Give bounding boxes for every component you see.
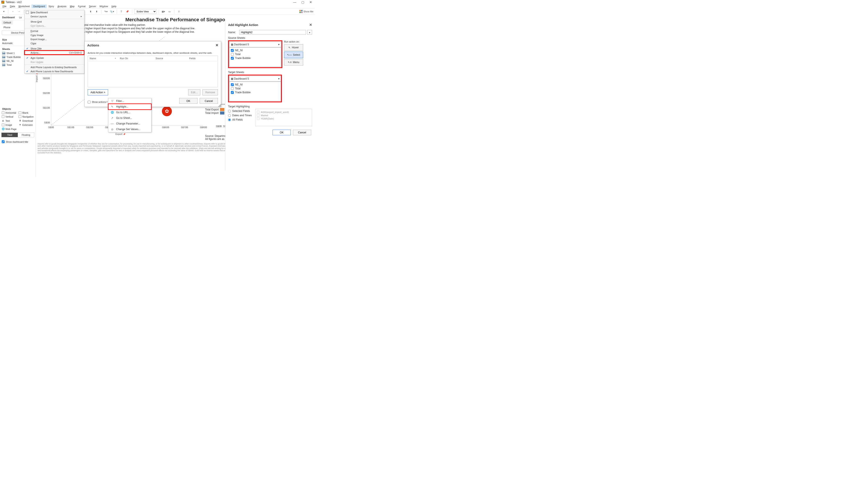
col-fields[interactable]: Fields — [187, 56, 218, 61]
device-phone[interactable]: Phone — [2, 25, 12, 29]
menu-server[interactable]: Server — [87, 5, 98, 8]
action-name-input[interactable] — [239, 30, 306, 35]
sort-asc-icon[interactable]: ⬍ — [88, 9, 93, 14]
share-icon[interactable]: ⇪ — [177, 9, 181, 14]
obj-image[interactable]: Image — [1, 123, 18, 127]
menu-auto-update[interactable]: ✔Auto Update — [25, 56, 84, 60]
obj-webpage[interactable]: 🌐Web Page — [1, 127, 18, 131]
action-setvalues[interactable]: ◎Change Set Values... — [108, 126, 151, 132]
remove-button[interactable]: Remove — [203, 89, 218, 95]
col-name[interactable]: Name▲ — [88, 56, 118, 61]
obj-download[interactable]: ⬇Download — [18, 119, 34, 123]
tableau-logo-icon[interactable]: ✦ — [1, 9, 6, 14]
menu-grid-options[interactable]: Grid Options... — [25, 24, 84, 28]
presentation-icon[interactable]: ▭ — [167, 9, 172, 14]
action-filter[interactable]: ▽Filter... — [108, 98, 151, 104]
menu-clear[interactable]: Clear — [25, 41, 84, 45]
fit-dropdown[interactable]: Entire View — [134, 9, 156, 14]
maximize-button[interactable]: ▢ — [302, 0, 304, 4]
add-action-button[interactable]: Add Action > — [88, 89, 108, 95]
menu-dashboard[interactable]: Dashboard — [31, 5, 46, 8]
action-highlight[interactable]: ✎Highlight... — [108, 104, 151, 109]
ok-button[interactable]: OK — [179, 98, 197, 104]
obj-navigation[interactable]: Navigation — [18, 115, 34, 119]
floating-button[interactable]: Floating — [18, 133, 34, 137]
menu-button[interactable]: ↖≡Menu — [284, 59, 303, 65]
back-button[interactable]: ← — [11, 9, 16, 14]
tgt-item[interactable]: Trade Bubble — [231, 91, 279, 94]
tgt-item[interactable]: NE_NI — [231, 83, 279, 87]
col-source[interactable]: Source — [154, 56, 187, 61]
radio-selected-fields[interactable]: Selected Fields — [228, 109, 252, 113]
hl-cancel-button[interactable]: Cancel — [293, 130, 311, 135]
menu-show-grid[interactable]: Show Grid — [25, 20, 84, 24]
show-dashboard-title-checkbox[interactable] — [2, 140, 5, 143]
menu-format[interactable]: Format — [25, 29, 84, 33]
src-item[interactable]: Total — [231, 52, 279, 56]
bubble-hongkong[interactable]: ✿ — [162, 106, 172, 116]
action-param[interactable]: -○-Change Parameter... — [108, 121, 151, 126]
device-default[interactable]: Default — [2, 21, 13, 25]
text-icon[interactable]: T — [119, 9, 124, 14]
sheet-icon — [2, 56, 5, 58]
name-menu-button[interactable]: ▸ — [307, 30, 312, 35]
col-run-on[interactable]: Run On — [118, 56, 154, 61]
cancel-button[interactable]: Cancel — [199, 98, 218, 104]
select-button[interactable]: ↖▭Select — [284, 52, 303, 58]
resize-handle[interactable] — [218, 104, 221, 107]
hover-button[interactable]: ↖Hover — [284, 44, 303, 51]
show-actions-checkbox[interactable] — [88, 101, 91, 103]
menu-show-title[interactable]: ✔Show Title — [25, 46, 84, 51]
obj-extension[interactable]: ✦Extension — [18, 123, 34, 127]
forward-button[interactable]: → — [17, 9, 22, 14]
obj-horizontal[interactable]: Horizontal — [1, 111, 18, 115]
menu-map[interactable]: Map — [68, 5, 76, 8]
menu-window[interactable]: Window — [98, 5, 110, 8]
tiled-floating-toggle[interactable]: Tiled Floating — [1, 132, 34, 137]
hl-panel-close[interactable]: ✕ — [309, 23, 312, 27]
menu-help[interactable]: Help — [110, 5, 118, 8]
menu-data[interactable]: Data — [8, 5, 17, 8]
src-item[interactable]: Trade Bubble — [231, 56, 279, 60]
menu-device-layouts[interactable]: Device Layouts▸ — [25, 14, 84, 19]
menu-actions[interactable]: Actions...Ctrl+Shift+D — [25, 51, 84, 55]
close-button[interactable]: ✕ — [309, 0, 312, 4]
radio-all-fields[interactable]: All Fields — [228, 118, 252, 122]
radio-dates[interactable]: Dates and Times — [228, 113, 252, 118]
edit-button[interactable]: Edit... — [188, 89, 200, 95]
src-item[interactable]: NE_NI — [231, 48, 279, 52]
pin-icon[interactable]: 📌 — [125, 9, 130, 14]
menu-add-phone-existing[interactable]: Add Phone Layouts to Existing Dashboards — [25, 65, 84, 69]
dashboard-icon[interactable]: ▦▾ — [161, 9, 166, 14]
tgt-item[interactable]: Total — [231, 87, 279, 91]
menu-story[interactable]: Story — [46, 5, 56, 8]
action-sheet[interactable]: ↗Go to Sheet... — [108, 115, 151, 121]
tab-dashboard[interactable]: Dashboard — [0, 15, 17, 20]
menu-analysis[interactable]: Analysis — [56, 5, 68, 8]
obj-text[interactable]: AText — [1, 119, 18, 123]
minimize-button[interactable]: — — [293, 0, 296, 4]
obj-blank[interactable]: Blank — [18, 111, 34, 115]
tiled-button[interactable]: Tiled — [2, 133, 18, 137]
menu-add-phone-new[interactable]: ✔Add Phone Layouts to New Dashboards — [25, 69, 84, 73]
menu-copy-image[interactable]: Copy Image — [25, 33, 84, 37]
obj-vertical[interactable]: Vertical — [1, 115, 18, 119]
menu-new-dashboard[interactable]: New Dashboard — [25, 10, 84, 14]
action-url[interactable]: 🌐Go to URL... — [108, 109, 151, 115]
menu-worksheet[interactable]: Worksheet — [17, 5, 31, 8]
show-me-button[interactable]: Show Me — [300, 10, 313, 13]
target-dashboard-dropdown[interactable]: ▦ Dashboard 5▾ — [229, 76, 281, 82]
source-dashboard-dropdown[interactable]: ▦ Dashboard 5▾ — [229, 42, 281, 47]
menu-export-image[interactable]: Export Image... — [25, 37, 84, 41]
highlight-icon[interactable]: ✎▾ — [103, 9, 108, 14]
legend-item[interactable]: Total Import — [205, 111, 224, 115]
legend-item[interactable]: Total Export — [205, 108, 224, 111]
menu-format[interactable]: Format — [76, 5, 87, 8]
menu-file[interactable]: File — [1, 5, 8, 8]
tab-layout[interactable]: La — [17, 15, 24, 20]
menu-run-update[interactable]: Run Update — [25, 60, 84, 64]
actions-dialog-close[interactable]: ✕ — [215, 43, 218, 47]
hl-ok-button[interactable]: OK — [273, 130, 291, 135]
attach-icon[interactable]: 📎▾ — [110, 9, 114, 14]
sort-desc-icon[interactable]: ⬍ — [94, 9, 99, 14]
